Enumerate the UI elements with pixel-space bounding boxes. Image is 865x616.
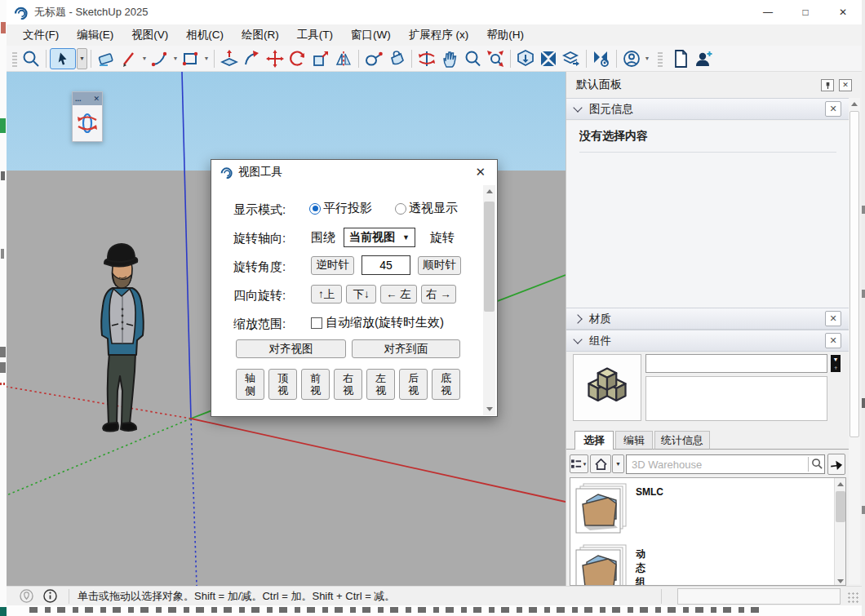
follow-me-icon[interactable]: [241, 47, 264, 70]
zoom-extents-icon[interactable]: [484, 47, 507, 70]
cw-button[interactable]: 顺时针: [418, 256, 461, 275]
view-back-button[interactable]: 后视: [399, 369, 428, 400]
view-bottom-button[interactable]: 底视: [432, 369, 460, 400]
tab-select[interactable]: 选择: [574, 431, 614, 450]
pin-icon[interactable]: [821, 79, 834, 91]
info-icon[interactable]: [43, 589, 57, 603]
menu-extensions[interactable]: 扩展程序 (x): [401, 25, 477, 45]
list-item[interactable]: 动态组件培训: [574, 544, 629, 586]
axis-dropdown[interactable]: 当前视图 ▼: [344, 228, 415, 247]
eraser-icon[interactable]: [95, 47, 118, 70]
folder-thumbnail[interactable]: [574, 483, 629, 537]
select-dropdown-icon[interactable]: ▼: [77, 48, 87, 69]
materials-close-icon[interactable]: ✕: [825, 311, 841, 326]
add-collaborator-icon[interactable]: [692, 47, 715, 70]
tab-edit[interactable]: 编辑: [615, 431, 653, 450]
rotate-down-button[interactable]: 下↓: [346, 285, 376, 304]
warehouse-search-input[interactable]: [626, 454, 825, 474]
tray-scrollbar[interactable]: [849, 98, 860, 584]
scrollbar-thumb[interactable]: [849, 111, 859, 437]
rotate-right-button[interactable]: 右 →: [421, 285, 456, 304]
palette-orbit-button[interactable]: [73, 105, 102, 141]
rectangle-icon[interactable]: [180, 47, 202, 70]
palette-close-icon[interactable]: ✕: [93, 95, 100, 103]
account-icon[interactable]: [620, 47, 643, 70]
perspective-radio-label[interactable]: 透视显示: [409, 201, 458, 216]
pan-icon[interactable]: [438, 47, 461, 70]
scroll-up-icon[interactable]: [835, 478, 846, 490]
arc-icon[interactable]: [149, 47, 171, 70]
list-item-label[interactable]: SMLC: [636, 486, 663, 498]
push-pull-icon[interactable]: [218, 47, 241, 70]
align-view-button[interactable]: 对齐视图: [236, 339, 346, 358]
rotate-up-button[interactable]: ↑上: [311, 285, 342, 304]
view-front-button[interactable]: 前视: [301, 369, 330, 400]
load-model-arrow-button[interactable]: [827, 454, 845, 475]
scrollbar-thumb[interactable]: [836, 491, 845, 522]
tray-header[interactable]: 默认面板 ✕: [566, 72, 862, 98]
folder-thumbnail[interactable]: [574, 544, 629, 586]
modeling-viewport[interactable]: ... ✕ 视图工具 ✕ 显示模式: 平行投影 透视显示: [7, 72, 566, 586]
close-button[interactable]: ✕: [824, 0, 862, 24]
component-name-input[interactable]: [645, 354, 827, 373]
auto-zoom-label[interactable]: 自动缩放(旋转时生效): [326, 315, 444, 330]
home-button[interactable]: [590, 454, 611, 473]
component-stack-icon[interactable]: ▼＋: [831, 355, 841, 372]
rotate-icon[interactable]: [286, 47, 309, 70]
component-preview-button[interactable]: [573, 354, 641, 421]
auto-zoom-checkbox[interactable]: [311, 317, 322, 329]
entity-info-close-icon[interactable]: ✕: [825, 101, 841, 117]
angle-input[interactable]: [362, 255, 410, 275]
measurements-input[interactable]: [677, 588, 841, 605]
freehand-pencil-icon[interactable]: [118, 47, 140, 70]
palette-titlebar[interactable]: ... ✕: [73, 92, 102, 105]
search-icon[interactable]: [811, 458, 823, 470]
dialog-close-icon[interactable]: ✕: [472, 165, 489, 179]
menu-camera[interactable]: 相机(C): [178, 25, 232, 45]
list-item[interactable]: SMLC: [574, 483, 629, 537]
toolbar-grip[interactable]: [12, 51, 17, 67]
view-options-button[interactable]: ▼: [570, 454, 588, 473]
extension-warehouse-icon[interactable]: [537, 47, 560, 70]
flip-icon[interactable]: [332, 47, 355, 70]
list-item-label[interactable]: 动态组件培训: [636, 547, 645, 586]
tape-measure-icon[interactable]: [362, 47, 385, 70]
move-icon[interactable]: [264, 47, 286, 70]
list-scrollbar[interactable]: [834, 478, 845, 586]
pencil-dropdown-icon[interactable]: ▼: [140, 48, 149, 69]
rotate-left-button[interactable]: ← 左: [380, 285, 417, 304]
paint-bucket-icon[interactable]: [385, 47, 408, 70]
perspective-radio[interactable]: [395, 203, 406, 215]
view-tools-dialog[interactable]: 视图工具 ✕ 显示模式: 平行投影 透视显示 旋转轴向: 围绕 当前视图 ▼ 旋…: [211, 159, 498, 417]
rectangle-dropdown-icon[interactable]: ▼: [202, 48, 211, 69]
menu-edit[interactable]: 编辑(E): [69, 25, 122, 45]
ccw-button[interactable]: 逆时针: [311, 256, 354, 275]
view-right-button[interactable]: 右视: [334, 369, 362, 400]
menu-view[interactable]: 视图(V): [123, 25, 176, 45]
scale-icon[interactable]: [309, 47, 332, 70]
entity-info-header[interactable]: 图元信息 ✕: [566, 98, 849, 120]
resize-grip[interactable]: [847, 592, 860, 605]
scroll-down-icon[interactable]: [483, 403, 495, 415]
materials-header[interactable]: 材质 ✕: [566, 308, 849, 330]
components-close-icon[interactable]: ✕: [825, 333, 841, 348]
menu-draw[interactable]: 绘图(R): [233, 25, 287, 45]
orbit-icon[interactable]: [415, 47, 438, 70]
tab-statistics[interactable]: 统计信息: [654, 431, 710, 450]
dialog-titlebar[interactable]: 视图工具 ✕: [211, 160, 497, 184]
3d-warehouse-icon[interactable]: [514, 47, 537, 70]
tray-close-icon[interactable]: ✕: [839, 79, 852, 91]
menu-tools[interactable]: 工具(T): [289, 25, 341, 45]
view-iso-button[interactable]: 轴侧: [236, 369, 264, 400]
new-document-icon[interactable]: [669, 47, 692, 70]
minimize-button[interactable]: —: [749, 0, 787, 24]
account-dropdown-icon[interactable]: ▼: [643, 48, 651, 69]
select-tool-button[interactable]: [50, 48, 76, 69]
zoom-icon[interactable]: [461, 47, 484, 70]
align-face-button[interactable]: 对齐到面: [352, 339, 460, 358]
home-dropdown-icon[interactable]: ▼: [612, 454, 624, 473]
component-description-box[interactable]: [645, 376, 827, 421]
components-header[interactable]: 组件 ✕: [566, 330, 849, 352]
parallel-radio[interactable]: [309, 203, 321, 215]
parallel-radio-label[interactable]: 平行投影: [323, 201, 372, 216]
